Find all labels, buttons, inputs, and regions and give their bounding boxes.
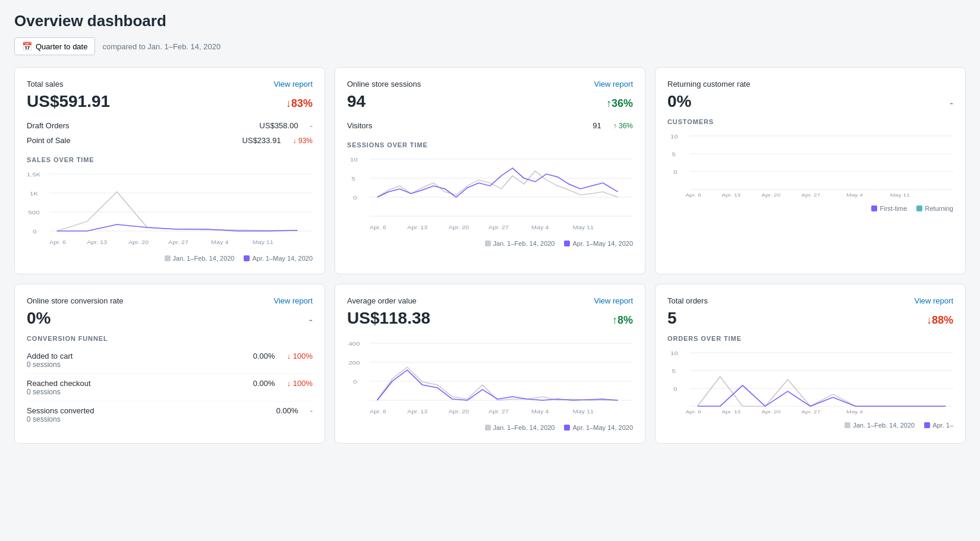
date-button-label: Quarter to date [36,42,87,51]
added-to-cart-info: Added to cart 0 sessions [27,352,73,369]
sessions-chart-svg: 10 5 0 Apr. 6 Apr. 13 Apr. 20 Apr. 27 Ma… [347,153,633,236]
svg-text:1.5K: 1.5K [27,172,41,178]
conversion-view-report[interactable]: View report [273,296,313,305]
svg-text:10: 10 [670,350,678,356]
svg-text:May 4: May 4 [531,409,549,415]
conversion-separator: - [309,314,313,327]
orders-legend-curr-dot [924,422,930,428]
aov-chart-svg: 400 200 0 Apr. 6 Apr. 13 Apr. 20 Apr. 27… [347,337,633,420]
svg-text:May 4: May 4 [846,409,863,415]
svg-text:0: 0 [673,169,678,175]
svg-text:1K: 1K [30,191,38,197]
page-title: Overview dashboard [14,12,966,30]
svg-text:Apr. 6: Apr. 6 [685,409,701,415]
added-to-cart-sub: 0 sessions [27,360,73,369]
sessions-legend-curr: Apr. 1–May 14, 2020 [564,240,633,247]
svg-text:10: 10 [350,157,358,163]
total-sales-card: Total sales View report US$591.91 ↓83% D… [14,67,325,274]
svg-text:5: 5 [352,176,356,182]
svg-text:Apr. 13: Apr. 13 [87,239,107,245]
pos-value: US$233.91 [242,136,281,145]
legend-curr-period: Apr. 1–May 14, 2020 [244,255,313,262]
added-to-cart-value: 0.00% [253,352,275,360]
reached-checkout-value: 0.00% [253,379,275,388]
sessions-legend-prev-dot [485,241,491,246]
svg-text:Apr. 20: Apr. 20 [761,192,780,198]
sessions-converted-values: 0.00% - [276,406,313,415]
visitors-value: 91 [593,121,601,130]
visitors-change: ↑ 36% [613,122,633,130]
sub-row-visitors: Visitors 91 ↑ 36% [347,118,633,133]
customers-chart-svg: 10 5 0 Apr. 6 Apr. 13 Apr. 20 Apr. 27 Ma… [667,130,953,201]
returning-legend: Returning [916,205,953,212]
svg-text:0: 0 [673,386,678,392]
aov-chart: 400 200 0 Apr. 6 Apr. 13 Apr. 20 Apr. 27… [347,337,633,420]
svg-text:May 4: May 4 [846,192,863,198]
sessions-legend-prev-label: Jan. 1–Feb. 14, 2020 [493,240,555,247]
total-sales-metric: US$591.91 ↓83% [27,92,313,111]
date-range-button[interactable]: 📅 Quarter to date [14,37,95,55]
funnel-label: CONVERSION FUNNEL [27,335,313,342]
sessions-value: 94 [347,92,365,111]
sessions-view-report[interactable]: View report [594,80,633,88]
total-orders-metric: 5 ↓88% [667,309,953,328]
reached-checkout-change: ↓ 100% [287,379,313,388]
orders-chart-svg: 10 5 0 Apr. 6 Apr. 13 Apr. 20 Apr. 27 Ma… [667,347,953,418]
aov-legend-prev-dot [485,425,491,431]
first-time-label: First-time [880,205,907,212]
returning-customer-card: Returning customer rate 0% - CUSTOMERS 1… [655,67,966,274]
svg-text:0: 0 [353,379,357,385]
svg-text:Apr. 27: Apr. 27 [489,409,509,415]
total-orders-change: ↓88% [927,314,953,327]
sales-chart-legend: Jan. 1–Feb. 14, 2020 Apr. 1–May 14, 2020 [27,255,313,262]
draft-orders-values: US$358.00 - [260,121,313,130]
reached-checkout-values: 0.00% ↓ 100% [253,379,313,388]
reached-checkout-label: Reached checkout [27,379,91,388]
svg-text:Apr. 20: Apr. 20 [128,239,149,245]
aov-card: Average order value View report US$118.3… [335,284,645,444]
visitors-label: Visitors [347,121,372,130]
first-time-dot [871,205,877,211]
total-sales-title: Total sales [27,80,63,88]
svg-text:Apr. 20: Apr. 20 [449,409,469,415]
svg-text:Apr. 27: Apr. 27 [168,239,188,245]
dashboard-grid: Total sales View report US$591.91 ↓83% D… [14,67,966,444]
visitors-values: 91 ↑ 36% [593,121,633,130]
customers-chart: 10 5 0 Apr. 6 Apr. 13 Apr. 20 Apr. 27 Ma… [667,130,953,201]
total-sales-change: ↓83% [286,97,313,110]
sessions-legend-curr-label: Apr. 1–May 14, 2020 [572,240,633,247]
pos-values: US$233.91 ↓ 93% [242,136,313,145]
returning-customer-metric: 0% - [667,92,953,111]
draft-orders-label: Draft Orders [27,121,70,130]
aov-view-report[interactable]: View report [594,296,633,305]
svg-text:Apr. 27: Apr. 27 [801,409,820,415]
total-sales-header: Total sales View report [27,80,313,88]
sessions-chart-legend: Jan. 1–Feb. 14, 2020 Apr. 1–May 14, 2020 [347,240,633,247]
svg-text:500: 500 [29,210,40,216]
total-sales-sub-table: Draft Orders US$358.00 - Point of Sale U… [27,118,313,148]
date-bar: 📅 Quarter to date compared to Jan. 1–Feb… [14,37,966,55]
orders-chart-legend: Jan. 1–Feb. 14, 2020 Apr. 1– [667,422,953,429]
svg-text:May 4: May 4 [211,239,229,245]
svg-text:Apr. 13: Apr. 13 [407,409,427,415]
sales-chart-svg: 1.5K 1K 500 0 Apr. 6 Apr. 13 Apr. 20 Apr… [27,168,313,251]
svg-text:5: 5 [672,368,676,374]
svg-text:Apr. 20: Apr. 20 [449,224,469,230]
sessions-converted-row: Sessions converted 0 sessions 0.00% - [27,401,313,428]
total-orders-view-report[interactable]: View report [914,296,953,305]
sessions-converted-info: Sessions converted 0 sessions [27,406,94,423]
total-orders-header: Total orders View report [667,296,953,305]
legend-prev-period: Jan. 1–Feb. 14, 2020 [165,255,235,262]
sessions-over-time-label: SESSIONS OVER TIME [347,141,633,148]
sales-over-time-label: SALES OVER TIME [27,156,313,163]
total-sales-view-report[interactable]: View report [273,80,313,88]
svg-text:May 11: May 11 [253,239,273,245]
sub-row-draft-orders: Draft Orders US$358.00 - [27,118,313,133]
pos-change: ↓ 93% [293,137,313,145]
svg-text:400: 400 [349,341,360,347]
aov-legend-curr-dot [564,425,570,431]
svg-text:Apr. 13: Apr. 13 [721,409,740,415]
svg-text:Apr. 27: Apr. 27 [489,224,509,230]
sessions-converted-value: 0.00% [276,406,298,415]
added-to-cart-values: 0.00% ↓ 100% [253,352,313,360]
